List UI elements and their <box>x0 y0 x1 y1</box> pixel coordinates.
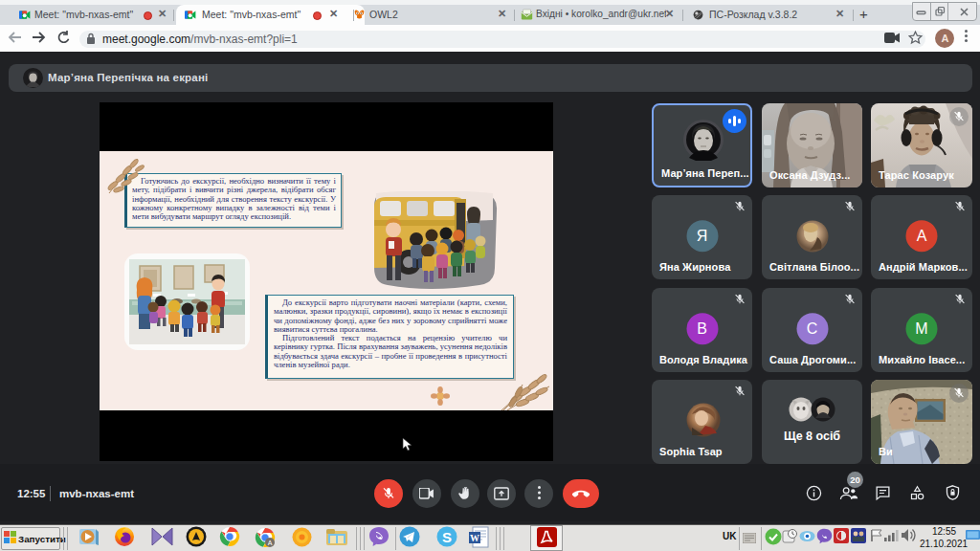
svg-text:S: S <box>442 529 452 545</box>
svg-text:W: W <box>470 533 479 543</box>
svg-text:A: A <box>268 540 273 546</box>
